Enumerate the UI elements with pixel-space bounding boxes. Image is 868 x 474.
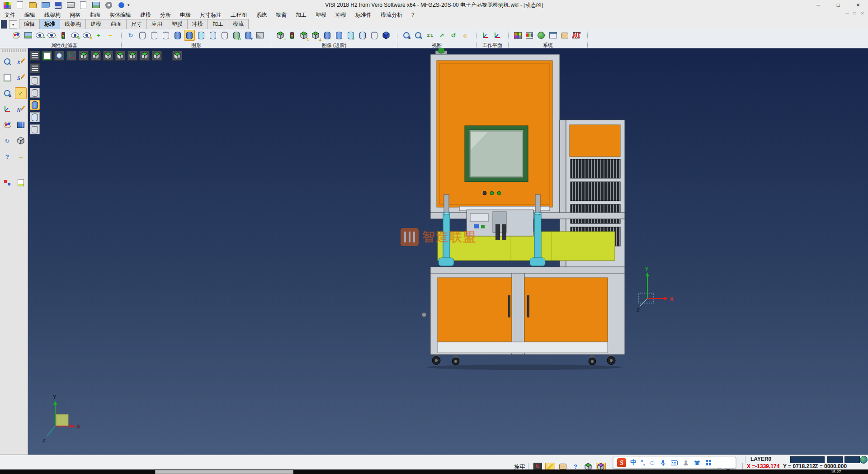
axes-view-icon[interactable]: [66, 51, 76, 61]
wire-cylinder-icon[interactable]: [369, 30, 380, 41]
wireframe-cylinder-icon[interactable]: [137, 30, 148, 41]
attributes-palette-icon[interactable]: [11, 30, 22, 41]
ime-punctuation-toggle[interactable]: °,: [641, 459, 645, 466]
close-button[interactable]: ✕: [848, 0, 868, 10]
quick-access-dropdown[interactable]: ▾: [127, 3, 130, 7]
sogou-logo-icon[interactable]: S: [617, 458, 626, 467]
app-grid-icon[interactable]: [3, 1, 12, 9]
about-icon[interactable]: [117, 1, 126, 9]
layer-indicator[interactable]: LAYER0: [750, 456, 771, 462]
zoom-solid-icon[interactable]: ±: [1, 87, 13, 99]
menu-item-加工[interactable]: 加工: [291, 11, 311, 19]
erase-pencil-icon[interactable]: [15, 56, 27, 67]
menu-item-编辑[interactable]: 编辑: [20, 11, 40, 19]
sidebar-gripper[interactable]: [2, 49, 26, 52]
system-globe-icon[interactable]: [536, 30, 547, 41]
save-icon[interactable]: [53, 1, 62, 9]
measure-dimension-icon[interactable]: ↔: [15, 151, 27, 162]
menu-item-视窗[interactable]: 视窗: [271, 11, 291, 19]
display-shaded-icon[interactable]: [30, 100, 40, 110]
regen-refresh-icon[interactable]: ↻: [1, 135, 13, 147]
advanced-filter-icon[interactable]: [287, 30, 297, 41]
open-recent-icon[interactable]: [41, 1, 50, 9]
refresh-visibility-icon[interactable]: ↻: [70, 30, 80, 41]
open-file-icon[interactable]: [28, 1, 37, 9]
menu-item-线架构[interactable]: 线架构: [40, 11, 65, 19]
menu-item-?[interactable]: ?: [407, 12, 419, 18]
globe-icon[interactable]: [860, 456, 868, 464]
menu-item-实体编辑[interactable]: 实体编辑: [105, 11, 136, 19]
workplane-align-icon[interactable]: [492, 30, 503, 41]
red-grid-icon[interactable]: [571, 30, 582, 41]
print-icon[interactable]: [66, 1, 75, 9]
hidden-line-cylinder-icon[interactable]: [149, 30, 160, 41]
menu-item-冲模[interactable]: 冲模: [331, 11, 351, 19]
confirm-check-icon[interactable]: ✓: [15, 87, 27, 99]
menu-item-网格[interactable]: 网格: [65, 11, 85, 19]
skin-wardrobe-icon[interactable]: [693, 459, 701, 466]
hide-all-icon[interactable]: −: [105, 30, 116, 41]
smiley-shade-icon[interactable]: ☺: [460, 30, 471, 41]
display-wireframe-icon[interactable]: [30, 76, 40, 85]
import-icon[interactable]: [79, 1, 88, 9]
menu-item-模流分析[interactable]: 模流分析: [376, 11, 407, 19]
status-field[interactable]: [790, 456, 825, 463]
menu-item-文件[interactable]: 文件: [0, 11, 20, 19]
zoom-view-icon[interactable]: [54, 51, 64, 61]
flat-cylinder-icon[interactable]: [208, 30, 218, 41]
tab-线架构[interactable]: 线架构: [60, 19, 86, 29]
render-palette-icon[interactable]: [1, 119, 13, 131]
menu-item-尺寸标注[interactable]: 尺寸标注: [195, 11, 226, 19]
hide-entities-icon[interactable]: −: [46, 30, 57, 41]
tab-建模[interactable]: 建模: [85, 19, 106, 29]
display-hidden-icon[interactable]: [30, 88, 40, 98]
toggle-visibility-icon[interactable]: ±: [81, 30, 92, 41]
view-front-icon[interactable]: [103, 51, 113, 61]
new-document-icon[interactable]: [15, 1, 24, 9]
mesh-cylinder-icon[interactable]: [219, 30, 230, 41]
shaded-edges-cylinder-icon[interactable]: [184, 30, 195, 41]
mdi-minimize-button[interactable]: ─: [845, 11, 849, 16]
rotate-view-icon[interactable]: ↺: [448, 30, 459, 41]
flags-icon[interactable]: [1, 177, 13, 189]
curve-pencil-icon[interactable]: [15, 103, 27, 115]
show-all-icon[interactable]: +: [93, 30, 104, 41]
reference-cylinder-icon[interactable]: □: [357, 30, 368, 41]
sheet-paint-icon[interactable]: [15, 177, 27, 189]
view-back-icon[interactable]: [115, 51, 125, 61]
tab-标准[interactable]: 标准: [39, 19, 60, 29]
display-transparent-icon[interactable]: [30, 124, 40, 134]
menu-item-塑模[interactable]: 塑模: [311, 11, 331, 19]
view-bottom-icon[interactable]: [91, 51, 101, 61]
tab-塑膜[interactable]: 塑膜: [167, 19, 188, 29]
menu-item-系统[interactable]: 系统: [251, 11, 271, 19]
shaded-cylinder-icon[interactable]: [172, 30, 183, 41]
export-image-icon[interactable]: [91, 1, 100, 9]
striped-cylinder-icon[interactable]: [322, 30, 333, 41]
view-iso-icon[interactable]: [152, 51, 162, 61]
mdi-close-button[interactable]: ✕: [861, 11, 864, 16]
menu-item-标准件[interactable]: 标准件: [351, 11, 376, 19]
tab-应用[interactable]: 应用: [146, 19, 167, 29]
mdi-restore-button[interactable]: □: [854, 11, 856, 16]
minimize-button[interactable]: ─: [808, 0, 828, 10]
menu-item-曲面[interactable]: 曲面: [85, 11, 105, 19]
view-top-icon[interactable]: [79, 51, 89, 61]
status-field[interactable]: [844, 456, 860, 463]
tab-模流[interactable]: 模流: [228, 19, 249, 29]
dashed-cylinder-icon[interactable]: [160, 30, 171, 41]
maximize-button[interactable]: □: [828, 0, 848, 10]
transparent-cylinder-icon[interactable]: [196, 30, 207, 41]
help-question-icon[interactable]: ?: [1, 151, 13, 162]
show-entities-icon[interactable]: +: [34, 30, 45, 41]
display-edges-icon[interactable]: [30, 112, 40, 122]
advanced-refresh-icon[interactable]: ↻: [298, 30, 309, 41]
taskbar-window-button[interactable]: [155, 470, 293, 474]
view-right-icon[interactable]: [140, 51, 150, 61]
image-edit-icon[interactable]: [23, 30, 33, 41]
tab-冲模[interactable]: 冲模: [187, 19, 208, 29]
view-left-icon[interactable]: [127, 51, 137, 61]
tab-dropdown-button[interactable]: ▾: [9, 20, 17, 28]
ucs-axis-icon[interactable]: [1, 103, 13, 115]
selection-hand-icon[interactable]: [559, 30, 570, 41]
